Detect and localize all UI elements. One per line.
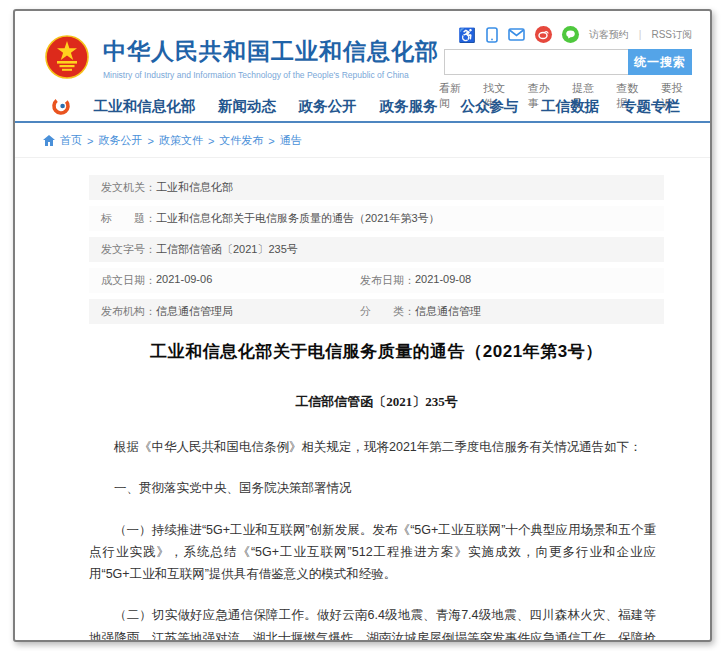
breadcrumb-file-release[interactable]: 文件发布 [219,133,263,148]
breadcrumb-home[interactable]: 首页 [60,133,82,148]
meta-label: 成文日期： [101,273,156,288]
meta-row-dates: 成文日期： 2021-09-06 发布日期： 2021-09-08 [89,268,664,293]
document-meta-table: 发文机关： 工业和信息化部 标 题： 工业和信息化部关于电信服务质量的通告（20… [89,175,664,324]
nav-item-gov-services[interactable]: 政务服务 [380,97,438,116]
site-header: 中华人民共和国工业和信息化部 Ministry of Industry and … [15,11,710,91]
mobile-icon[interactable] [486,27,498,43]
nav-item-miit-data[interactable]: 工信数据 [541,97,599,116]
meta-label: 发文字号： [101,242,156,257]
breadcrumb-separator: > [208,135,214,147]
search-button[interactable]: 统一搜索 [628,49,692,75]
nav-item-gov-disclosure[interactable]: 政务公开 [299,97,357,116]
mail-icon[interactable] [508,28,525,41]
breadcrumb-separator: > [268,135,274,147]
paragraph-intro: 根据《中华人民共和国电信条例》相关规定，现将2021年第二季度电信服务有关情况通… [89,436,656,458]
visitor-booking-link[interactable]: 访客预约 [589,28,629,42]
browser-window: 中华人民共和国工业和信息化部 Ministry of Industry and … [13,9,712,642]
meta-row-issuing-authority: 发文机关： 工业和信息化部 [89,175,664,200]
meta-value: 工业和信息化部关于电信服务质量的通告（2021年第3号） [156,211,440,226]
national-emblem-icon [43,32,91,84]
site-subtitle-en: Ministry of Industry and Information Tec… [103,70,439,80]
document-title: 工业和信息化部关于电信服务质量的通告（2021年第3号） [89,340,664,363]
nav-item-miit[interactable]: 工业和信息化部 [94,97,196,116]
paragraph-section-1-heading: 一、贯彻落实党中央、国务院决策部署情况 [89,477,656,499]
toolbar: ♿ 访客预约 | RSS订阅 [458,26,692,43]
meta-value: 工业和信息化部 [156,180,233,195]
miit-swirl-icon[interactable] [51,96,71,116]
breadcrumb-separator: > [147,135,153,147]
meta-value: 信息通信管理局 [156,304,233,319]
weibo-icon[interactable] [535,26,552,43]
top-links-divider: | [639,29,642,40]
site-title-block: 中华人民共和国工业和信息化部 Ministry of Industry and … [103,36,439,80]
site-logo-block[interactable]: 中华人民共和国工业和信息化部 Ministry of Industry and … [43,24,439,91]
nav-item-news[interactable]: 新闻动态 [218,97,276,116]
home-icon[interactable] [43,135,55,146]
meta-row-publisher-category: 发布机构： 信息通信管理局 分 类： 信息通信管理 [89,299,664,324]
meta-label: 发布机构： [101,304,156,319]
rss-link[interactable]: RSS订阅 [651,28,692,42]
breadcrumb-gov-disclosure[interactable]: 政务公开 [98,133,142,148]
meta-row-title: 标 题： 工业和信息化部关于电信服务质量的通告（2021年第3号） [89,206,664,231]
breadcrumb: 首页 > 政务公开 > 政策文件 > 文件发布 > 通告 [15,123,710,158]
paragraph-section-1-item-1: （一）持续推进“5G+工业和互联网”创新发展。发布《“5G+工业互联网”十个典型… [89,519,656,586]
document-page: 发文机关： 工业和信息化部 标 题： 工业和信息化部关于电信服务质量的通告（20… [15,158,710,642]
meta-value: 2021-09-06 [156,273,212,288]
nav-item-special-topics[interactable]: 专题专栏 [622,97,680,116]
meta-row-doc-number: 发文字号： 工信部信管函〔2021〕235号 [89,237,664,262]
meta-label: 发布日期： [360,273,415,288]
document-body: 根据《中华人民共和国电信条例》相关规定，现将2021年第二季度电信服务有关情况通… [89,436,664,642]
meta-value: 信息通信管理 [415,304,481,319]
site-title: 中华人民共和国工业和信息化部 [103,36,439,67]
breadcrumb-policy-files[interactable]: 政策文件 [159,133,203,148]
meta-label: 发文机关： [101,180,156,195]
wechat-icon[interactable] [562,26,579,43]
meta-value: 2021-09-08 [415,273,471,288]
breadcrumb-notice[interactable]: 通告 [280,133,302,148]
header-tools: ♿ 访客预约 | RSS订阅 统一搜索 [439,24,692,91]
meta-value: 工信部信管函〔2021〕235号 [156,242,298,257]
search-input[interactable] [444,49,628,75]
document-number: 工信部信管函〔2021〕235号 [89,393,664,411]
paragraph-section-1-item-2: （二）切实做好应急通信保障工作。做好云南6.4级地震、青海7.4级地震、四川森林… [89,604,656,642]
meta-label: 分 类： [360,304,415,319]
meta-label: 标 题： [101,211,156,226]
search-bar: 统一搜索 [444,49,692,75]
breadcrumb-separator: > [87,135,93,147]
nav-item-public-participation[interactable]: 公众参与 [460,97,518,116]
accessibility-icon[interactable]: ♿ [458,28,475,42]
